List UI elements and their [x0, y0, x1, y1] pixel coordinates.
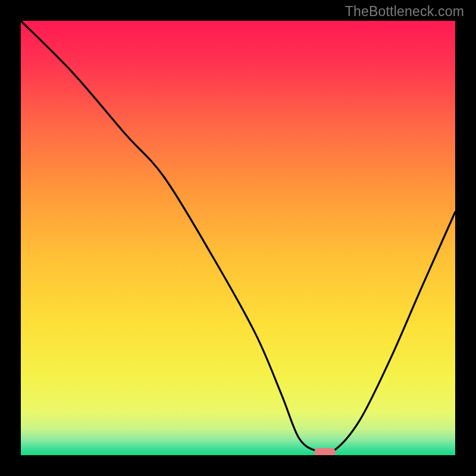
- plot-area: [21, 21, 455, 455]
- optimal-marker: [314, 448, 336, 455]
- watermark-text: TheBottleneck.com: [345, 4, 464, 20]
- chart-frame: TheBottleneck.com: [0, 0, 476, 476]
- svg-rect-0: [21, 21, 455, 455]
- background-gradient: [21, 21, 455, 455]
